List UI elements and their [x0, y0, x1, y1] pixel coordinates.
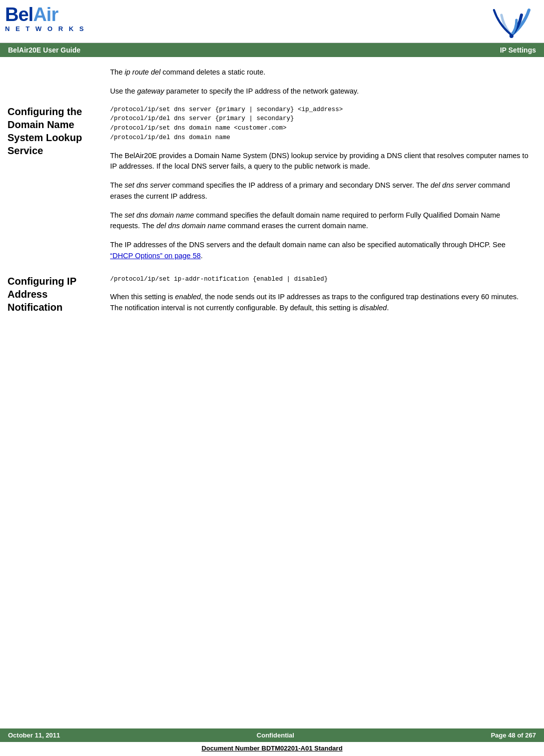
dns-para1: The BelAir20E provides a Domain Name Sys… — [110, 151, 529, 173]
dns-heading-line4: Service — [8, 145, 43, 156]
ip-notification-para: When this setting is enabled, the node s… — [110, 292, 529, 314]
ip-notification-line3: Notification — [8, 302, 63, 313]
dns-sidebar: Configuring the Domain Name System Looku… — [0, 105, 105, 270]
gateway-cmd: gateway — [137, 87, 164, 95]
logo-networks: N E T W O R K S — [5, 25, 86, 33]
logo: BelAir N E T W O R K S — [5, 5, 86, 33]
ip-notification-line1: Configuring IP — [8, 276, 77, 287]
logo-air: Air — [33, 4, 58, 25]
nav-title: BelAir20E User Guide — [8, 46, 81, 54]
ip-notification-main: /protocol/ip/set ip-addr-notification {e… — [105, 275, 544, 322]
footer-date: October 11, 2011 — [8, 731, 60, 739]
dns-code: /protocol/ip/set dns server {primary | s… — [110, 105, 529, 143]
dns-para2: The set dns server command specifies the… — [110, 180, 529, 202]
ip-notification-heading: Configuring IP Address Notification — [8, 275, 100, 314]
content-area: The ip route del command deletes a stati… — [0, 57, 544, 337]
page-header: BelAir N E T W O R K S — [0, 0, 544, 43]
belair-antenna-icon — [489, 5, 534, 40]
dns-para3: The set dns domain name command specifie… — [110, 210, 529, 232]
dns-para4: The IP addresses of the DNS servers and … — [110, 240, 529, 262]
dns-heading: Configuring the Domain Name System Looku… — [8, 105, 100, 157]
logo-text: BelAir — [5, 5, 86, 24]
ip-notification-line2: Address — [8, 289, 48, 300]
footer-confidential: Confidential — [257, 731, 294, 739]
intro-section: The ip route del command deletes a stati… — [105, 67, 544, 105]
footer-doc-number: Document Number BDTM02201-A01 Standard — [0, 742, 544, 756]
disabled-cmd: disabled — [360, 304, 387, 312]
dns-section: Configuring the Domain Name System Looku… — [0, 105, 544, 270]
nav-section: IP Settings — [500, 46, 536, 54]
set-dns-domain-cmd: set dns domain name — [125, 211, 194, 219]
logo-bel: Bel — [5, 4, 33, 25]
page-footer: October 11, 2011 Confidential Page 48 of… — [0, 728, 544, 756]
dns-heading-line1: Configuring the — [8, 106, 82, 117]
dhcp-options-link[interactable]: “DHCP Options” on page 58 — [110, 252, 201, 260]
svg-point-0 — [509, 34, 513, 38]
del-dns-server-cmd: del dns server — [430, 181, 476, 189]
ip-route-del-cmd: ip route del — [125, 68, 161, 76]
footer-bar: October 11, 2011 Confidential Page 48 of… — [0, 728, 544, 742]
set-dns-server-cmd: set dns server — [125, 181, 170, 189]
ip-notification-sidebar: Configuring IP Address Notification — [0, 275, 105, 322]
intro-para2: Use the gateway parameter to specify the… — [110, 86, 529, 97]
intro-para1: The ip route del command deletes a stati… — [110, 67, 529, 78]
dns-heading-line3: System Lookup — [8, 132, 82, 143]
nav-bar: BelAir20E User Guide IP Settings — [0, 43, 544, 57]
dns-heading-line2: Domain Name — [8, 119, 74, 130]
footer-page: Page 48 of 267 — [491, 731, 536, 739]
enabled-cmd: enabled — [175, 293, 201, 301]
del-dns-domain-cmd: del dns domain name — [156, 222, 226, 230]
dns-main: /protocol/ip/set dns server {primary | s… — [105, 105, 544, 270]
ip-notification-section: Configuring IP Address Notification /pro… — [0, 275, 544, 322]
ip-notification-code: /protocol/ip/set ip-addr-notification {e… — [110, 275, 529, 284]
